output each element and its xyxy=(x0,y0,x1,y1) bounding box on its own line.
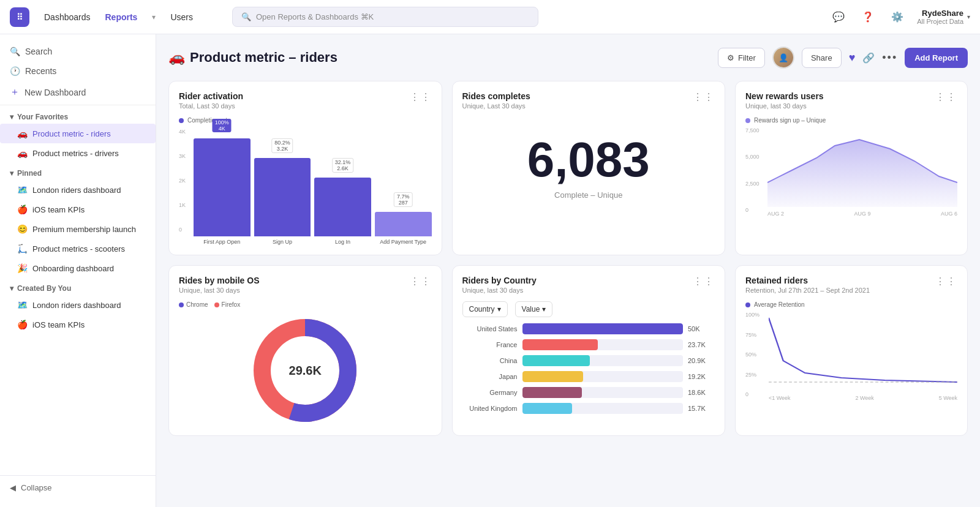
bar-track-jp xyxy=(522,371,684,382)
os-legend-chrome-dot xyxy=(179,302,184,307)
funnel-bar-1-inner: 100%4K xyxy=(194,138,251,236)
funnel-chart-container: 4K 3K 2K 1K 0 100%4K First xyxy=(179,129,432,245)
collapse-arrow-icon: ◀ xyxy=(10,483,16,492)
search-icon: 🔍 xyxy=(241,12,251,21)
sidebar-item-emoji-riders: 🚗 xyxy=(17,129,28,138)
sidebar-new-dashboard[interactable]: ＋ New Dashboard xyxy=(0,81,156,103)
logo[interactable]: ⠿ xyxy=(10,7,29,27)
y-label-2k: 2K xyxy=(179,178,186,184)
nav-dashboards[interactable]: Dashboards xyxy=(44,12,91,22)
sidebar-chevron-favorites: ▾ xyxy=(10,113,13,121)
widget-rider-activation: Rider activation Total, Last 30 days ⋮⋮ … xyxy=(168,81,442,255)
sidebar-search[interactable]: 🔍 Search xyxy=(0,42,156,61)
sidebar-recents-label: Recents xyxy=(25,66,56,76)
sidebar-divider-1 xyxy=(0,105,156,105)
sidebar-emoji-london: 🗺️ xyxy=(17,185,28,195)
bar-track-cn xyxy=(522,355,684,366)
funnel-bars: 100%4K First App Open 80.2%3.2K Sign U xyxy=(194,129,432,245)
sidebar-recents[interactable]: 🕐 Recents xyxy=(0,61,156,81)
funnel-bar-3-label: Log In xyxy=(335,239,350,245)
funnel-bar-3-tag: 32.1%2.6K xyxy=(332,158,354,173)
title-emoji: 🚗 xyxy=(168,50,185,66)
rewards-x-aug9: AUG 9 xyxy=(854,211,870,217)
user-name: RydeShare xyxy=(917,9,963,18)
sidebar-plus-icon: ＋ xyxy=(10,86,20,99)
sidebar-emoji-membership: 😊 xyxy=(17,224,28,234)
widget-rider-activation-more[interactable]: ⋮⋮ xyxy=(410,91,432,103)
sidebar-item-membership[interactable]: 😊 Premium membership launch xyxy=(0,219,156,239)
nav-reports[interactable]: Reports xyxy=(105,12,138,22)
widget-country-more[interactable]: ⋮⋮ xyxy=(693,276,715,287)
bar-label-jp: Japan xyxy=(462,373,518,380)
global-search[interactable]: 🔍 Open Reports & Dashboards ⌘K xyxy=(232,7,538,27)
sidebar-item-scooters[interactable]: 🛴 Product metrics - scooters xyxy=(0,239,156,258)
sidebar-section-created[interactable]: ▾ Created By You xyxy=(0,278,156,295)
sidebar-item-onboarding[interactable]: 🎉 Onboarding dashboard xyxy=(0,258,156,278)
widget-rewards-more[interactable]: ⋮⋮ xyxy=(935,91,957,103)
help-icon-button[interactable]: ❓ xyxy=(858,7,878,27)
rides-big-label: Complete – Unique xyxy=(554,190,622,200)
bar-fill-cn xyxy=(522,355,590,366)
nav-users[interactable]: Users xyxy=(170,12,193,22)
funnel-bar-2-label: Sign Up xyxy=(273,239,292,245)
more-options-button[interactable]: ••• xyxy=(882,51,897,64)
sidebar-item-london-riders[interactable]: 🗺️ London riders dashboard xyxy=(0,180,156,200)
country-filter-label: Country xyxy=(469,305,495,314)
bar-fill-us xyxy=(522,323,684,334)
favorite-button[interactable]: ♥ xyxy=(849,51,856,64)
ret-y-0: 0 xyxy=(745,391,760,397)
retention-chart-container: 100% 75% 50% 25% 0 <1 Week 2 Wee xyxy=(745,312,957,410)
widget-rides-more[interactable]: ⋮⋮ xyxy=(693,91,715,103)
chat-icon-button[interactable]: 💬 xyxy=(829,7,848,27)
retention-legend-label: Average Retention xyxy=(754,301,805,308)
rewards-x-aug6: AUG 6 xyxy=(941,211,957,217)
sidebar-item-product-metric-riders[interactable]: 🚗 Product metric - riders xyxy=(0,124,156,143)
funnel-bar-4-tag: 7.7%287 xyxy=(394,192,413,207)
sidebar-emoji-scooters: 🛴 xyxy=(17,244,28,254)
rides-big-number-container: 6,083 Complete – Unique xyxy=(462,117,715,212)
y-label-1k: 1K xyxy=(179,202,186,208)
rewards-legend-dot xyxy=(745,118,750,123)
ret-y-75: 75% xyxy=(745,332,760,338)
widget-country-header: Riders by Country Unique, last 30 days ⋮… xyxy=(462,276,715,294)
rewards-legend: Rewards sign up – Unique xyxy=(745,117,957,124)
widget-os-subtitle: Unique, last 30 days xyxy=(179,287,259,294)
sidebar-item-product-metrics-drivers[interactable]: 🚗 Product metrics - drivers xyxy=(0,143,156,163)
settings-icon-button[interactable]: ⚙️ xyxy=(888,7,907,27)
os-legend-chrome: Chrome xyxy=(179,301,208,308)
share-button[interactable]: Share xyxy=(802,48,842,68)
funnel-bar-4-fill xyxy=(375,212,432,236)
bar-row-uk: United Kingdom 15.7K xyxy=(462,403,715,414)
funnel-bar-1-tag: 100%4K xyxy=(213,119,232,132)
widget-rides-subtitle: Unique, Last 30 days xyxy=(462,102,530,110)
sidebar-section-pinned[interactable]: ▾ Pinned xyxy=(0,163,156,180)
add-report-button[interactable]: Add Report xyxy=(905,48,968,68)
country-filter[interactable]: Country ▾ xyxy=(462,301,508,317)
widget-retained-riders: Retained riders Retention, Jul 27th 2021… xyxy=(735,265,968,436)
rewards-y-7500: 7,500 xyxy=(745,127,760,133)
ret-x-1: <1 Week xyxy=(769,395,791,401)
filter-button[interactable]: ⚙ Filter xyxy=(718,48,765,68)
link-button[interactable]: 🔗 xyxy=(862,52,875,64)
dashboard-row-2: Rides by mobile OS Unique, last 30 days … xyxy=(168,265,968,436)
value-filter[interactable]: Value ▾ xyxy=(515,301,553,317)
widget-rider-activation-subtitle: Total, Last 30 days xyxy=(179,102,243,110)
widget-os-more[interactable]: ⋮⋮ xyxy=(410,276,432,287)
sidebar-section-favorites[interactable]: ▾ Your Favorites xyxy=(0,107,156,124)
widget-country-subtitle: Unique, last 30 days xyxy=(462,287,537,294)
avatar[interactable]: 👤 xyxy=(772,47,794,69)
sidebar-pinned-label: Pinned xyxy=(17,169,42,178)
sidebar-recents-icon: 🕐 xyxy=(10,66,20,76)
sidebar-item-created-ios[interactable]: 🍎 iOS team KPIs xyxy=(0,315,156,334)
sidebar-item-created-london[interactable]: 🗺️ London riders dashboard xyxy=(0,295,156,315)
sidebar-item-ios-kpis[interactable]: 🍎 iOS team KPIs xyxy=(0,200,156,219)
sidebar-item-label-drivers: Product metrics - drivers xyxy=(32,149,119,158)
widget-os-header: Rides by mobile OS Unique, last 30 days … xyxy=(179,276,432,294)
sidebar-search-label: Search xyxy=(25,47,52,56)
widget-os-title: Rides by mobile OS xyxy=(179,276,259,285)
widget-retention-more[interactable]: ⋮⋮ xyxy=(935,276,957,287)
user-menu[interactable]: RydeShare All Project Data ▾ xyxy=(917,9,970,25)
sidebar-collapse-button[interactable]: ◀ Collapse xyxy=(0,475,156,500)
widget-retention-header: Retained riders Retention, Jul 27th 2021… xyxy=(745,276,957,294)
donut-container: 29.6K xyxy=(179,315,432,426)
